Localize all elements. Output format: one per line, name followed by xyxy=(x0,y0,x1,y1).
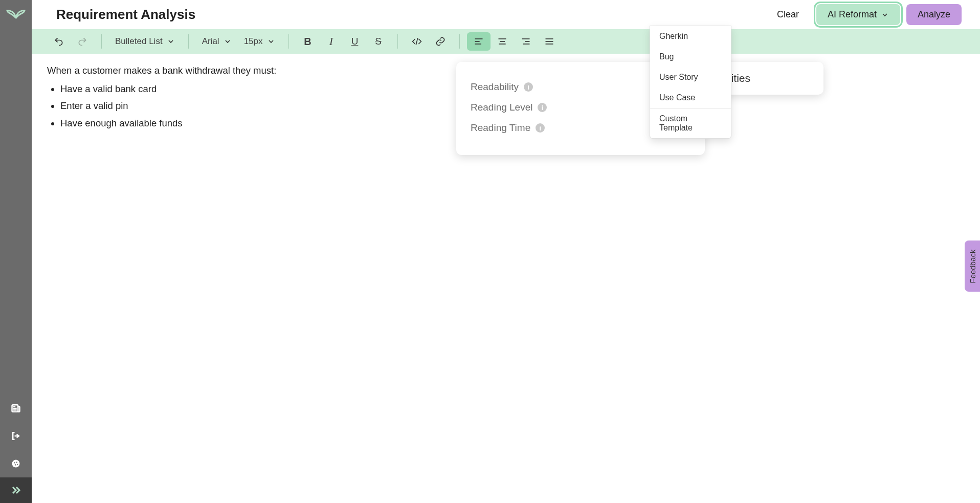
underline-button[interactable]: U xyxy=(343,32,367,51)
dropdown-item-custom-template[interactable]: Custom Template xyxy=(650,108,731,138)
dropdown-item-bug[interactable]: Bug xyxy=(650,47,731,67)
redo-button[interactable] xyxy=(71,32,94,51)
ai-reformat-button[interactable]: AI Reformat xyxy=(816,4,900,25)
svg-point-9 xyxy=(15,464,16,465)
undo-button[interactable] xyxy=(47,32,71,51)
info-icon[interactable]: i xyxy=(524,82,533,92)
font-value: Arial xyxy=(202,36,219,47)
block-format-value: Bulleted List xyxy=(115,36,163,47)
feedback-tab[interactable]: Feedback xyxy=(965,240,980,292)
strike-button[interactable]: S xyxy=(367,32,390,51)
cookie-icon xyxy=(11,458,21,469)
rail-docs-button[interactable] xyxy=(0,395,32,422)
undo-icon xyxy=(54,36,64,47)
fontsize-value: 15px xyxy=(244,36,263,47)
align-left-icon xyxy=(474,36,484,47)
analyze-button[interactable]: Analyze xyxy=(906,4,962,25)
rail-expand-button[interactable] xyxy=(0,477,32,503)
rail-cookie-button[interactable] xyxy=(0,450,32,477)
rail-logout-button[interactable] xyxy=(0,422,32,450)
feedback-label: Feedback xyxy=(969,249,977,283)
align-left-button[interactable] xyxy=(467,32,491,51)
page-title: Requirement Analysis xyxy=(56,7,760,23)
redo-icon xyxy=(77,36,87,47)
left-rail xyxy=(0,0,32,503)
dropdown-item-gherkin[interactable]: Gherkin xyxy=(650,26,731,47)
svg-point-6 xyxy=(12,460,20,468)
newspaper-icon xyxy=(11,403,21,413)
app-logo xyxy=(0,2,32,27)
code-button[interactable] xyxy=(405,32,429,51)
logout-icon xyxy=(11,431,21,441)
align-right-icon xyxy=(521,36,531,47)
metric-label: Readability xyxy=(471,81,519,93)
align-center-button[interactable] xyxy=(491,32,514,51)
align-justify-button[interactable] xyxy=(538,32,561,51)
chevron-down-icon xyxy=(881,11,889,19)
content-area: When a customer makes a bank withdrawal … xyxy=(32,54,980,503)
svg-point-7 xyxy=(14,462,15,463)
ai-reformat-label: AI Reformat xyxy=(828,9,877,20)
align-right-button[interactable] xyxy=(514,32,538,51)
link-button[interactable] xyxy=(429,32,452,51)
chevron-down-icon xyxy=(224,37,232,46)
clear-button[interactable]: Clear xyxy=(766,4,810,25)
svg-line-11 xyxy=(416,38,417,45)
italic-button[interactable]: I xyxy=(320,32,343,51)
chevron-down-icon xyxy=(267,37,275,46)
align-center-icon xyxy=(497,36,507,47)
bold-button[interactable]: B xyxy=(296,32,320,51)
code-icon xyxy=(412,36,422,47)
metric-label: Reading Level xyxy=(471,102,532,113)
block-format-select[interactable]: Bulleted List xyxy=(109,32,181,51)
fontsize-select[interactable]: 15px xyxy=(238,32,281,51)
editor-toolbar: Bulleted List Arial 15px B I U S xyxy=(32,29,980,54)
metric-label: Reading Time xyxy=(471,122,530,134)
align-justify-icon xyxy=(544,36,554,47)
dropdown-item-use-case[interactable]: Use Case xyxy=(650,88,731,108)
svg-rect-1 xyxy=(18,407,19,412)
chevron-double-right-icon xyxy=(10,484,22,496)
svg-point-10 xyxy=(17,464,18,465)
leaf-icon xyxy=(6,7,26,21)
dropdown-item-user-story[interactable]: User Story xyxy=(650,67,731,88)
font-select[interactable]: Arial xyxy=(196,32,238,51)
main: Requirement Analysis Clear AI Reformat A… xyxy=(32,0,980,503)
chevron-down-icon xyxy=(167,37,175,46)
info-icon[interactable]: i xyxy=(536,123,545,133)
info-icon[interactable]: i xyxy=(538,103,547,112)
header: Requirement Analysis Clear AI Reformat A… xyxy=(32,0,980,29)
svg-point-8 xyxy=(16,462,17,463)
link-icon xyxy=(435,36,446,47)
ai-reformat-dropdown: Gherkin Bug User Story Use Case Custom T… xyxy=(650,26,731,139)
